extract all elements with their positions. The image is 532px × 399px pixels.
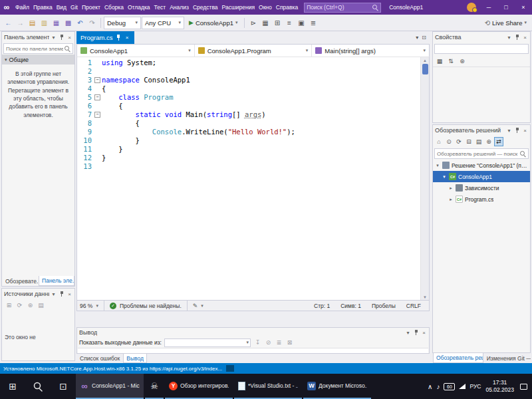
output-header[interactable]: Вывод ▾× [77,328,429,337]
float-window-icon[interactable]: ⊡ [422,35,426,41]
menu-item-10[interactable]: Расширения [220,0,257,15]
go-to-message-icon[interactable]: ↧ [253,339,262,346]
close-icon[interactable]: × [522,35,528,41]
start-debugging-button[interactable]: ▶ ConsoleApp1 ▾ [185,19,241,27]
window-position-icon[interactable]: ▾ [405,330,411,336]
output-source-dropdown[interactable]: ▾ [164,338,251,347]
tool-window-tab[interactable]: Обозревате... [3,276,38,286]
navigate-forward-icon[interactable]: → [15,17,26,29]
menu-item-7[interactable]: Тест [152,0,168,15]
menu-item-9[interactable]: Средства [191,0,220,15]
menu-item-0[interactable]: Файл [13,0,31,15]
pin-icon[interactable] [413,330,419,336]
code-line[interactable]: 7− static void Main(string[] args) [77,110,420,119]
bookmark-icon[interactable]: ▣ [295,17,307,29]
code-line[interactable]: 8 { [77,119,420,128]
toolbox-group-general[interactable]: ▾ Общие [2,55,74,65]
edit-mode-icon[interactable]: ✎ [193,303,198,309]
user-avatar[interactable] [467,3,476,12]
save-icon[interactable]: ▦ [51,17,62,29]
toolbox-header[interactable]: Панель элементов ▾× [2,32,74,43]
editor-scrollbar[interactable]: ▲ ▼ [420,57,429,300]
open-file-icon[interactable]: ▥ [39,17,50,29]
scroll-down-icon[interactable]: ▼ [423,294,427,300]
property-pages-icon[interactable]: ⊛ [458,58,467,65]
spaces-indicator[interactable]: Пробелы [372,303,396,309]
network-icon[interactable] [457,384,467,389]
solution-search-input[interactable]: Обозреватель решений — поиск (Ctrl+ж) [434,148,529,159]
eol-indicator[interactable]: CRLF [406,303,421,309]
volume-icon[interactable]: ♪ [434,383,442,390]
redo-icon[interactable]: ↷ [86,17,98,29]
configuration-dropdown[interactable]: Debug ▾ [104,17,141,29]
tree-item[interactable]: ▸C#Program.cs [433,194,530,205]
navigate-list-icon[interactable]: ≡ [283,17,295,29]
expander-icon[interactable]: ▾ [442,174,447,180]
grid-icon[interactable]: ▤ [37,302,45,309]
fold-marker[interactable]: − [93,110,102,119]
solution-explorer-header[interactable]: Обозреватель решений ▾× [433,125,530,136]
code-line[interactable]: 9 Console.WriteLine("Hello World!"); [77,128,420,136]
problems-status[interactable]: Проблемы не найдены. [120,303,182,309]
snippet-icon[interactable]: ▦ [259,17,271,29]
line-indicator[interactable]: Стр: 1 [314,303,330,309]
undo-icon[interactable]: ↶ [74,17,86,29]
taskbar-search-button[interactable] [25,374,51,399]
expander-icon[interactable]: ▸ [448,197,454,202]
taskbar-app-notepad[interactable]: *Visual Studio.txt - ... [234,374,302,399]
taskbar-app-vs[interactable]: ∞ConsoleApp1 - Mic... [76,374,144,399]
live-share-button[interactable]: ⟲ Live Share ▾ [485,19,529,27]
code-line[interactable]: 1using System; [77,59,420,67]
menu-item-6[interactable]: Отладка [126,0,152,15]
task-view-button[interactable]: ⊡ [51,374,76,399]
code-line[interactable]: 4{ [77,84,420,93]
properties-object-dropdown[interactable] [434,44,529,54]
clock[interactable]: 17:31 05.02.2023 [483,379,517,393]
attach-to-process-icon[interactable]: ⊳ [247,17,259,29]
code-line[interactable]: 2 [77,67,420,76]
show-all-files-icon[interactable]: ▤ [474,137,483,146]
new-file-icon[interactable]: ▤ [27,17,38,29]
scrollbar-thumb[interactable] [422,64,428,74]
save-all-icon[interactable]: ▩ [63,17,74,29]
nav-dropdown-2[interactable]: Main(string[] args)▾ [312,45,429,57]
code-line[interactable]: 3−namespace ConsoleApp1 [77,76,420,84]
taskbar-app-yandex[interactable]: YОбзор интегриров... [165,374,233,399]
window-position-icon[interactable]: ▾ [506,128,512,134]
platform-dropdown[interactable]: Any CPU ▾ [142,17,184,29]
close-icon[interactable]: × [124,35,130,41]
tab-program-cs[interactable]: Program.cs × [76,31,134,44]
collapse-all-icon[interactable]: ⊟ [464,137,473,146]
bottom-panel-tab[interactable]: Вывод [123,354,147,363]
menu-item-2[interactable]: Вид [55,0,68,15]
char-indicator[interactable]: Симв: 1 [340,303,361,309]
code-line[interactable]: 10 } [77,136,420,145]
right-panel-tab[interactable]: Изменения Git — п... [484,353,531,363]
data-sources-header[interactable]: Источники данных ▾× [2,289,74,299]
bottom-panel-tab[interactable]: Список ошибок [77,354,122,363]
switch-views-icon[interactable]: ⌂ [434,137,444,146]
tray-expand-icon[interactable]: ∧ [426,383,434,390]
close-icon[interactable]: × [522,128,528,134]
scroll-up-icon[interactable]: ▲ [423,57,427,63]
start-button[interactable]: ⊞ [0,374,25,399]
language-indicator[interactable]: РУС [467,383,483,390]
add-data-source-icon[interactable]: ⊞ [5,302,13,309]
new-window-icon[interactable]: ⊞ [271,17,283,29]
action-center-button[interactable] [517,384,530,390]
alphabetical-icon[interactable]: ⇅ [446,58,456,65]
collapse-icon[interactable]: − [94,112,100,118]
window-position-icon[interactable]: ▾ [51,35,57,41]
collapse-icon[interactable]: − [94,94,100,100]
minimize-button[interactable]: ─ [480,0,497,15]
menu-item-8[interactable]: Анализ [168,0,191,15]
expander-icon[interactable]: ▸ [448,186,454,191]
taskbar-app-skull[interactable]: ☠ [145,374,164,399]
expander-icon[interactable]: ▾ [435,163,440,168]
quick-search-box[interactable]: Поиск (Ctrl+Q) [304,3,381,13]
code-line[interactable]: 12} [77,154,420,162]
zoom-level[interactable]: 96 % [80,303,92,309]
close-icon[interactable]: × [421,330,427,336]
code-line[interactable]: 11 } [77,145,420,154]
code-line[interactable]: 6 { [77,102,420,110]
